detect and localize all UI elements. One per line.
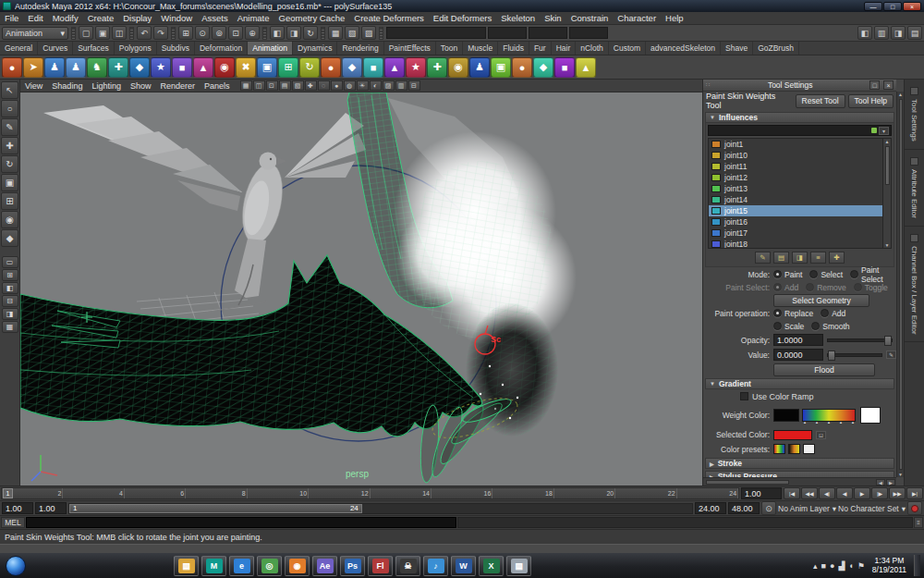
opacity-field[interactable]: 1.0000: [773, 334, 823, 346]
shelf-tool-icon[interactable]: ■: [554, 57, 575, 78]
select-camera-icon[interactable]: ▦: [240, 80, 252, 91]
shelf-tool-icon[interactable]: ◉: [214, 57, 235, 78]
hidden-icons-icon[interactable]: ▴: [813, 561, 818, 571]
shelf-tool-icon[interactable]: ♞: [87, 57, 107, 78]
shelf-tool-icon[interactable]: ✚: [427, 57, 447, 78]
shelf-tool-icon[interactable]: ◆: [342, 57, 362, 78]
shelf-tab[interactable]: General: [0, 42, 38, 55]
sidebar-tab[interactable]: Channel Box / Layer Editor: [905, 227, 924, 343]
shelf-tab[interactable]: Polygons: [115, 42, 157, 55]
current-time-field[interactable]: 1.00: [741, 487, 782, 499]
quick-selection-field[interactable]: [386, 27, 486, 39]
shelf-tool-icon[interactable]: ◆: [533, 57, 553, 78]
bookmark-icon[interactable]: ▤: [279, 80, 291, 91]
paint-select-radio-option[interactable]: Add: [773, 283, 798, 292]
shelf-tool-icon[interactable]: ♟: [44, 57, 65, 78]
taskbar-app-button[interactable]: ◎: [257, 556, 282, 576]
paint-operation-radio-option[interactable]: Replace: [773, 309, 813, 318]
scroll-down-icon[interactable]: ▼: [885, 242, 890, 248]
shelf-tool-icon[interactable]: ■: [172, 57, 192, 78]
close-button[interactable]: ×: [903, 2, 921, 11]
scroll-down-icon[interactable]: ▼: [898, 472, 903, 477]
influence-list-item[interactable]: joint12: [709, 172, 882, 183]
shelf-tool-icon[interactable]: ◉: [448, 57, 468, 78]
mode-radio-option[interactable]: Paint: [773, 270, 802, 279]
status-separator[interactable]: [171, 27, 176, 40]
step-back-frame-button[interactable]: ◀◀: [801, 487, 818, 499]
menu-item[interactable]: Assets: [197, 13, 233, 23]
lasso-tool-icon[interactable]: ○: [1, 100, 18, 117]
range-end-handle[interactable]: 24: [350, 504, 359, 512]
lock-camera-icon[interactable]: ◫: [253, 80, 265, 91]
coordinate-x-field[interactable]: [488, 27, 527, 39]
taskbar-app-button[interactable]: X: [479, 556, 504, 576]
shelf-tab[interactable]: Rendering: [337, 42, 383, 55]
shelf-tool-icon[interactable]: ★: [151, 57, 171, 78]
reset-tool-button[interactable]: Reset Tool: [796, 94, 845, 108]
menu-item[interactable]: Display: [118, 13, 156, 23]
animation-start-field[interactable]: 1.00: [2, 502, 33, 514]
taskbar-app-button[interactable]: ♪: [423, 556, 448, 576]
menu-item[interactable]: Create Deformers: [349, 13, 429, 23]
close-panel-icon[interactable]: ×: [883, 80, 894, 90]
menu-item[interactable]: Modify: [48, 13, 83, 23]
taskbar-app-button[interactable]: M: [201, 556, 226, 576]
playback-start-field[interactable]: 1.00: [35, 502, 67, 514]
shelf-tool-icon[interactable]: ♟: [469, 57, 490, 78]
menu-item[interactable]: Character: [613, 13, 661, 23]
paint-operation-radio-option[interactable]: Smooth: [811, 322, 849, 331]
shelf-tab[interactable]: Animation: [248, 42, 293, 55]
minimize-button[interactable]: —: [864, 2, 882, 11]
camera-attributes-icon[interactable]: ⊡: [266, 80, 278, 91]
toggle-layer-editor-icon[interactable]: ▤: [907, 26, 922, 40]
shelf-tool-icon[interactable]: ●: [512, 57, 532, 78]
construction-history-icon[interactable]: ↻: [303, 26, 318, 40]
paint-operation-radio-option[interactable]: Add: [821, 309, 845, 318]
last-tool-icon[interactable]: ◆: [1, 229, 18, 247]
use-color-ramp-checkbox[interactable]: [740, 392, 748, 400]
toggle-channel-box-icon[interactable]: ◨: [891, 26, 906, 40]
mode-radio-option[interactable]: Select: [809, 270, 843, 279]
viewport-menu-item[interactable]: Renderer: [155, 81, 200, 91]
taskbar-app-button[interactable]: W: [451, 556, 476, 576]
panel-horizontal-scrollbar[interactable]: ◀ ▶: [703, 477, 896, 486]
paint-select-tool-icon[interactable]: ✎: [1, 118, 18, 136]
shelf-tool-icon[interactable]: ▲: [576, 57, 596, 78]
command-input[interactable]: [26, 517, 456, 528]
influence-list-item[interactable]: joint18: [709, 239, 882, 249]
menu-set-selector[interactable]: Animation ▾: [2, 27, 68, 40]
universal-manipulator-icon[interactable]: ⊞: [1, 192, 18, 210]
render-settings-icon[interactable]: ▨: [361, 26, 376, 40]
tool-help-button[interactable]: Tool Help: [848, 94, 894, 108]
new-scene-icon[interactable]: ▢: [79, 26, 93, 40]
show-desktop-button[interactable]: [914, 555, 920, 576]
layout-custom-icon[interactable]: ▦: [2, 321, 18, 333]
current-frame-marker[interactable]: 1: [3, 488, 13, 498]
taskbar-app-button[interactable]: e: [229, 556, 254, 576]
animation-end-field[interactable]: 48.00: [728, 502, 760, 514]
select-tool-icon[interactable]: ↖: [1, 81, 18, 99]
coordinate-z-field[interactable]: [569, 27, 608, 39]
start-button[interactable]: [6, 556, 26, 576]
viewport-menu-item[interactable]: Shading: [47, 81, 87, 91]
preset-fire-swatch[interactable]: [788, 444, 800, 454]
shadows-icon[interactable]: ◐: [370, 80, 382, 91]
preset-white-swatch[interactable]: [803, 444, 815, 454]
step-back-key-button[interactable]: ◀|: [819, 487, 835, 499]
layout-persp-graph-icon[interactable]: ⊟: [2, 295, 18, 307]
shelf-tab[interactable]: Muscle: [463, 42, 498, 55]
range-start-handle[interactable]: 1: [73, 504, 77, 512]
snap-to-grid-icon[interactable]: ⊞: [178, 26, 193, 40]
shelf-tool-icon[interactable]: ♟: [66, 57, 86, 78]
menu-item[interactable]: File: [0, 13, 23, 23]
shelf-tool-icon[interactable]: ➤: [23, 57, 43, 78]
play-backwards-button[interactable]: ◀: [836, 487, 853, 499]
viewport-menu-item[interactable]: View: [20, 81, 47, 91]
anim-layer-selector[interactable]: No Anim Layer ▾: [778, 504, 836, 513]
shelf-tool-icon[interactable]: ▣: [257, 57, 277, 78]
shelf-tool-icon[interactable]: ✚: [108, 57, 128, 78]
play-forwards-button[interactable]: ▶: [854, 487, 870, 499]
shaded-icon[interactable]: ●: [331, 80, 343, 91]
influence-list[interactable]: joint1 joint10 joint11: [708, 138, 883, 249]
taskbar-app-button[interactable]: Fl: [368, 556, 393, 576]
